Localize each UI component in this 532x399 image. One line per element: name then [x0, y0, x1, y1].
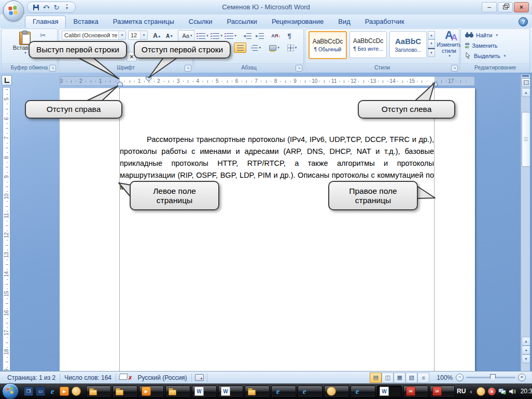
close-button[interactable]: × [514, 2, 529, 12]
grow-font-button[interactable]: А▲ [151, 31, 163, 41]
outline-view-button[interactable]: ▧ [405, 373, 417, 383]
language-bar[interactable]: RU [457, 388, 466, 395]
text-line[interactable]: прикладные протоколы HTTP, RTP/RTCP, а т… [120, 158, 434, 169]
tab-Рецензирование[interactable]: Рецензирование [264, 16, 331, 28]
ruler-toggle-button[interactable] [522, 78, 530, 87]
zoom-out-button[interactable]: − [456, 374, 464, 381]
taskbar-button-folder[interactable] [113, 386, 137, 397]
zoom-level[interactable]: 100% [433, 374, 456, 381]
red-a-tray-icon[interactable]: a [488, 388, 496, 395]
help-button[interactable]: ? [519, 17, 528, 26]
replace-button[interactable]: abacЗаменить [465, 41, 498, 50]
zoom-slider[interactable]: − + [456, 374, 526, 381]
shading-button[interactable]: ▾ [266, 42, 283, 53]
taskbar-button-internet-explorer[interactable]: e [351, 386, 375, 397]
draft-view-button[interactable]: ≡ [417, 373, 429, 383]
word-count[interactable]: Число слов: 164 [60, 374, 116, 381]
paste-dropdown-icon[interactable]: ▾ [24, 51, 26, 55]
cut-icon[interactable]: ✂ [40, 31, 46, 39]
show-marks-button[interactable]: ¶ [284, 31, 295, 41]
macro-record-icon[interactable] [195, 374, 204, 381]
increase-indent-button[interactable]: ▸ [254, 31, 266, 41]
taskbar-button-mail-red[interactable]: ✉ [403, 386, 428, 397]
sort-button[interactable]: АЯ↓ [269, 31, 283, 41]
undo-dropdown-icon[interactable]: ▾ [47, 5, 49, 10]
tab-Ссылки[interactable]: Ссылки [181, 16, 220, 28]
network-tray-icon[interactable] [498, 388, 506, 395]
spellcheck-status-icon[interactable]: ✗ [116, 374, 133, 381]
justify-button[interactable] [234, 42, 246, 53]
window-switcher-quicklaunch-button[interactable]: ❐ [24, 387, 33, 396]
taskbar-button-mail-red[interactable]: ✉ [430, 386, 455, 397]
text-line[interactable]: протоколы работы с именами и адресами (A… [120, 146, 434, 158]
split-handle[interactable] [522, 75, 529, 77]
taskbar-button-word[interactable]: W [218, 386, 243, 397]
office-button[interactable] [3, 1, 24, 21]
taskbar-button-word[interactable]: W [192, 386, 217, 397]
clipboard-dialog-launcher[interactable]: ↘ [49, 65, 56, 72]
borders-button[interactable]: ▾ [284, 42, 300, 53]
language-indicator[interactable]: Русский (Россия) [133, 374, 191, 381]
tab-Разработчик[interactable]: Разработчик [358, 16, 412, 28]
taskbar-button-media-player[interactable]: ▶ [139, 386, 164, 397]
browse-object-button[interactable]: ● [522, 346, 530, 354]
select-button[interactable]: Выделить▾ [465, 51, 506, 61]
style-scroll-down[interactable]: ▼ [428, 39, 435, 48]
bullets-button[interactable]: ▾ [197, 31, 211, 41]
zoom-track[interactable] [466, 377, 515, 378]
style-gallery-more[interactable]: ▼ [428, 48, 435, 57]
text-line[interactable]: маршрутизации (RIP, OSPF, BGP, LDP, PIM … [120, 169, 434, 181]
taskbar-button-internet-explorer[interactable]: e [271, 386, 296, 397]
document-page[interactable]: Рассмотрены транспортные протоколы (IPv4… [60, 88, 475, 371]
tab-Вид[interactable]: Вид [331, 16, 358, 28]
scroll-up-button[interactable]: ▲ [522, 88, 530, 97]
decrease-indent-button[interactable]: ◂ [241, 31, 254, 41]
zoom-slider-thumb[interactable] [490, 374, 496, 381]
page-indicator[interactable]: Страница: 1 из 2 [3, 374, 60, 381]
font-size-combo[interactable]: 12▾ [128, 31, 148, 40]
minimize-button[interactable]: – [482, 2, 497, 12]
taskbar-button-outlook[interactable] [324, 386, 349, 397]
outlook-quicklaunch-button[interactable] [72, 387, 81, 396]
previous-page-button[interactable]: ▲ [522, 337, 530, 346]
hanging-indent-marker[interactable] [117, 81, 123, 87]
find-button[interactable]: Найти▾ [465, 31, 498, 40]
start-button[interactable] [2, 383, 19, 399]
line-spacing-button[interactable]: ↕▾ [247, 42, 264, 53]
style-card[interactable]: AaBbCЗаголово... [389, 31, 427, 58]
style-card[interactable]: AaBbCcDc¶ Обычный [309, 31, 347, 59]
taskbar-button-internet-explorer[interactable]: e [298, 386, 323, 397]
restore-button[interactable] [498, 2, 513, 12]
tab-Вставка[interactable]: Вставка [66, 16, 105, 28]
styles-dialog-launcher[interactable]: ↘ [451, 65, 458, 72]
tab-Главная[interactable]: Главная [25, 16, 66, 28]
taskbar-button-word[interactable]: W [377, 386, 402, 397]
outlook-tray-icon[interactable] [477, 387, 485, 396]
taskbar-button-folder[interactable] [245, 386, 270, 397]
fullscreen-reading-view-button[interactable]: ◫ [382, 373, 394, 383]
tab-Разметка страницы[interactable]: Разметка страницы [106, 16, 181, 28]
next-page-button[interactable]: ▼ [522, 354, 530, 363]
tray-chevron[interactable]: ‹ [470, 388, 472, 395]
clock[interactable]: 20:39 [521, 388, 532, 395]
tab-Рассылки[interactable]: Рассылки [220, 16, 264, 28]
font-dialog-launcher[interactable]: ↘ [185, 65, 191, 72]
print-layout-view-button[interactable]: ▤ [370, 373, 382, 383]
text-line[interactable]: Рассмотрены транспортные протоколы (IPv4… [120, 134, 434, 146]
scrollbar-thumb[interactable] [522, 112, 530, 167]
paragraph-dialog-launcher[interactable]: ↘ [296, 65, 302, 72]
redo-button[interactable]: ↻ [52, 3, 61, 11]
show-desktop-quicklaunch-button[interactable]: ▭ [36, 387, 45, 396]
undo-button[interactable]: ↶▾ [42, 3, 50, 11]
zoom-in-button[interactable]: + [518, 374, 526, 381]
tab-selector-button[interactable] [2, 75, 12, 86]
qat-customize-button[interactable]: ▾ [63, 3, 71, 11]
save-button[interactable] [32, 3, 40, 11]
media-player-quicklaunch-button[interactable]: ▶ [60, 387, 69, 396]
volume-tray-icon[interactable] [509, 388, 516, 395]
shrink-font-button[interactable]: А▼ [163, 31, 176, 41]
taskbar-button-folder[interactable] [165, 386, 190, 397]
right-indent-marker[interactable] [432, 81, 438, 87]
multilevel-list-button[interactable]: ▾ [225, 31, 239, 41]
taskbar-button-folder[interactable] [86, 386, 111, 397]
